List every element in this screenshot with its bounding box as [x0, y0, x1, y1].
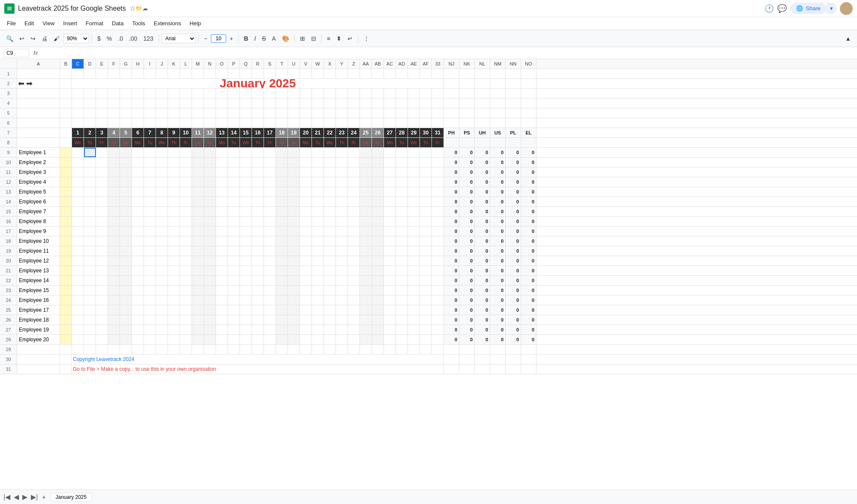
cell-23-day-9[interactable] — [180, 286, 192, 295]
cell-9-day-14[interactable] — [240, 148, 252, 157]
cell-5-day-13[interactable] — [228, 108, 240, 118]
cell-21-day-22[interactable] — [336, 266, 348, 275]
day-num-22[interactable]: 22 — [324, 128, 336, 137]
percent-button[interactable]: % — [104, 34, 114, 43]
sum-cell-26-0[interactable]: 0 — [444, 315, 459, 325]
cell-28-day-13[interactable] — [228, 335, 240, 344]
cell-13-day-14[interactable] — [240, 187, 252, 197]
cell-20-day-7[interactable] — [156, 256, 168, 265]
cell-29-day-17[interactable] — [276, 345, 288, 354]
cell-16-day-11[interactable] — [204, 217, 216, 226]
col-header-day-20[interactable]: V — [300, 59, 312, 69]
cell-13-day-29[interactable] — [420, 187, 432, 197]
cell-16-day-16[interactable] — [264, 217, 276, 226]
cell-19-day-25[interactable] — [372, 246, 384, 256]
cell-12-day-21[interactable] — [324, 177, 336, 187]
menu-data[interactable]: Data — [108, 19, 127, 27]
cell-29-day-25[interactable] — [372, 345, 384, 354]
cell-6-day-29[interactable] — [420, 118, 432, 128]
cell-8-B[interactable] — [60, 138, 72, 147]
cell-12-day-12[interactable] — [216, 177, 228, 187]
cell-15-day-26[interactable] — [384, 207, 396, 216]
cell-28-day-23[interactable] — [348, 335, 360, 344]
cell-25-day-27[interactable] — [396, 305, 408, 315]
cell-2-sum-3[interactable] — [490, 79, 506, 88]
cell-17-day-6[interactable] — [144, 227, 156, 236]
sum-cell-28-0[interactable]: 0 — [444, 335, 459, 344]
cell-26-day-14[interactable] — [240, 315, 252, 325]
cell-26-day-7[interactable] — [156, 315, 168, 325]
employee-cell-18[interactable]: Employee 10 — [17, 236, 60, 246]
sum-cell-10-5[interactable]: 0 — [521, 158, 536, 167]
cell-19-day-3[interactable] — [108, 246, 120, 256]
cell-28-day-26[interactable] — [384, 335, 396, 344]
cell-5-sum-1[interactable] — [459, 108, 475, 118]
cell-14-day-27[interactable] — [396, 197, 408, 206]
cell-14-day-29[interactable] — [420, 197, 432, 206]
sum-cell-22-3[interactable]: 0 — [490, 276, 506, 285]
cell-12-day-19[interactable] — [300, 177, 312, 187]
sum-cell-17-1[interactable]: 0 — [459, 227, 475, 236]
strikethrough-button[interactable]: S — [259, 34, 268, 43]
cell-11-day-19[interactable] — [300, 167, 312, 177]
day-num-12[interactable]: 12 — [204, 128, 216, 137]
cell-9-day-11[interactable] — [204, 148, 216, 157]
cell-25-day-17[interactable] — [276, 305, 288, 315]
cell-27-day-6[interactable] — [144, 325, 156, 334]
cell-11-day-25[interactable] — [372, 167, 384, 177]
cell-9-day-5[interactable] — [132, 148, 144, 157]
cell-4-A[interactable] — [17, 98, 60, 108]
cell-1-day-9[interactable] — [180, 69, 192, 78]
cell-14-day-1[interactable] — [84, 197, 96, 206]
cell-18-day-3[interactable] — [108, 236, 120, 246]
col-header-day-22[interactable]: X — [324, 59, 336, 69]
cell-10-day-10[interactable] — [192, 158, 204, 167]
cell-19-day-8[interactable] — [168, 246, 180, 256]
cell-12-day-9[interactable] — [180, 177, 192, 187]
cell-4-B[interactable] — [60, 98, 72, 108]
cell-17-day-26[interactable] — [384, 227, 396, 236]
undo-button[interactable]: ↩ — [17, 34, 27, 43]
cell-25-day-18[interactable] — [288, 305, 300, 315]
col-header-day-4[interactable]: F — [108, 59, 120, 69]
cell-28-day-9[interactable] — [180, 335, 192, 344]
cell-30-sum-3[interactable] — [490, 355, 506, 364]
sum-cell-25-2[interactable]: 0 — [475, 305, 490, 315]
cell-13-day-11[interactable] — [204, 187, 216, 197]
cell-22-day-7[interactable] — [156, 276, 168, 285]
sum-cell-20-3[interactable]: 0 — [490, 256, 506, 265]
sum-cell-19-4[interactable]: 0 — [506, 246, 521, 256]
employee-cell-11[interactable]: Employee 3 — [17, 167, 60, 177]
day-num-14[interactable]: 14 — [228, 128, 240, 137]
cell-3-day-5[interactable] — [132, 89, 144, 98]
cell-20-day-11[interactable] — [204, 256, 216, 265]
cell-28-day-16[interactable] — [264, 335, 276, 344]
cell-3-day-18[interactable] — [288, 89, 300, 98]
cell-24-day-15[interactable] — [252, 295, 264, 305]
cell-12-day-22[interactable] — [336, 177, 348, 187]
cell-11-day-15[interactable] — [252, 167, 264, 177]
cell-27-day-3[interactable] — [108, 325, 120, 334]
valign-button[interactable]: ⬍ — [334, 34, 344, 43]
cell-3-day-21[interactable] — [324, 89, 336, 98]
menu-extensions[interactable]: Extensions — [150, 19, 185, 27]
align-button[interactable]: ≡ — [324, 34, 333, 43]
cell-29-sum-0[interactable] — [444, 345, 459, 354]
cell-18-day-6[interactable] — [144, 236, 156, 246]
cell-29-day-23[interactable] — [348, 345, 360, 354]
cell-14-day-11[interactable] — [204, 197, 216, 206]
cell-19-day-16[interactable] — [264, 246, 276, 256]
menu-format[interactable]: Format — [82, 19, 107, 27]
cell-11-day-11[interactable] — [204, 167, 216, 177]
cell-10-day-23[interactable] — [348, 158, 360, 167]
cell-31-sum-4[interactable] — [506, 364, 521, 374]
cell-9-day-27[interactable] — [396, 148, 408, 157]
sum-cell-17-5[interactable]: 0 — [521, 227, 536, 236]
cell-29-day-1[interactable] — [84, 345, 96, 354]
cell-4-sum-3[interactable] — [490, 98, 506, 108]
sum-cell-27-1[interactable]: 0 — [459, 325, 475, 334]
cell-29-day-19[interactable] — [300, 345, 312, 354]
sum-cell-25-5[interactable]: 0 — [521, 305, 536, 315]
cell-3-day-19[interactable] — [300, 89, 312, 98]
cell-17-day-25[interactable] — [372, 227, 384, 236]
